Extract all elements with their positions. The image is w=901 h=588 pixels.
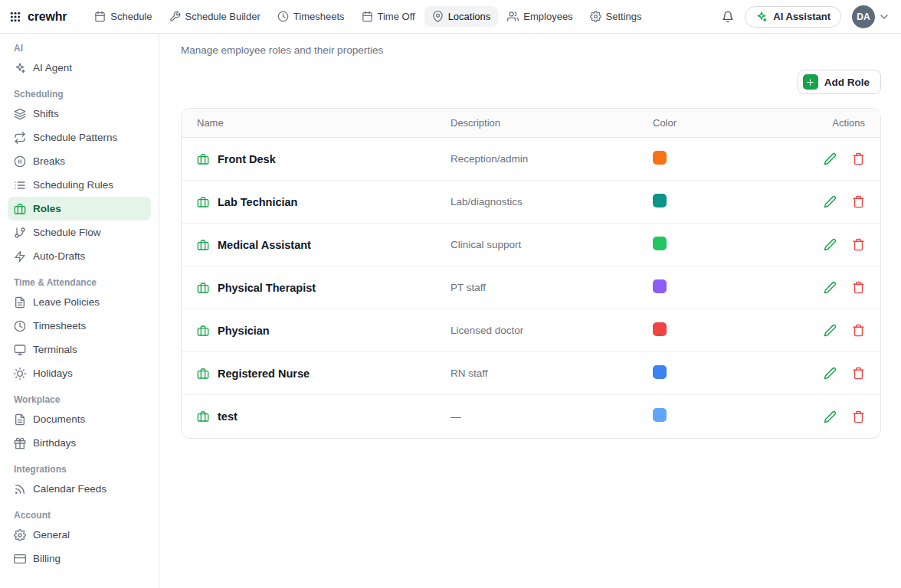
role-name-cell: Medical Assistant bbox=[197, 239, 450, 251]
edit-role-button[interactable] bbox=[824, 410, 837, 423]
sidebar-item-terminals[interactable]: Terminals bbox=[8, 338, 151, 361]
notifications-bell-icon[interactable] bbox=[722, 11, 734, 23]
role-description: PT staff bbox=[450, 282, 653, 293]
briefcase-icon bbox=[197, 410, 209, 423]
clock-icon bbox=[277, 11, 289, 22]
table-row: test — bbox=[182, 395, 880, 438]
nav-item-timesheets[interactable]: Timesheets bbox=[270, 6, 352, 27]
sidebar-item-breaks[interactable]: Breaks bbox=[8, 149, 151, 173]
role-name: Registered Nurse bbox=[218, 368, 310, 380]
role-name: Front Desk bbox=[218, 153, 276, 165]
role-actions-cell bbox=[787, 410, 865, 423]
credit-card-icon bbox=[14, 553, 26, 565]
calendar-icon bbox=[94, 11, 106, 22]
role-actions-cell bbox=[787, 281, 865, 294]
add-role-button[interactable]: Add Role bbox=[798, 70, 881, 94]
brand-name: crewhr bbox=[28, 10, 67, 24]
sidebar-item-timesheets[interactable]: Timesheets bbox=[8, 314, 151, 338]
file-icon bbox=[14, 296, 26, 309]
sidebar-item-shifts[interactable]: Shifts bbox=[8, 102, 151, 126]
repeat-icon bbox=[14, 132, 26, 144]
delete-role-button[interactable] bbox=[852, 195, 865, 208]
edit-role-button[interactable] bbox=[824, 238, 837, 251]
sidebar-item-label: Breaks bbox=[33, 155, 65, 167]
sidebar-item-birthdays[interactable]: Birthdays bbox=[8, 431, 151, 455]
color-swatch bbox=[653, 408, 667, 422]
sidebar-item-billing[interactable]: Billing bbox=[8, 547, 151, 570]
sidebar-section-workplace: Workplace bbox=[8, 391, 151, 407]
edit-role-button[interactable] bbox=[824, 281, 837, 294]
nav-item-label: Schedule bbox=[110, 11, 152, 22]
pencil-icon bbox=[824, 195, 837, 208]
trash-icon bbox=[852, 238, 865, 251]
sidebar-item-label: Documents bbox=[33, 413, 85, 425]
nav-item-settings[interactable]: Settings bbox=[582, 6, 650, 27]
role-name: Physician bbox=[218, 325, 270, 337]
avatar: DA bbox=[852, 5, 875, 28]
role-actions-cell bbox=[787, 238, 865, 251]
sidebar-item-roles[interactable]: Roles bbox=[8, 197, 151, 220]
sidebar-item-calendar-feeds[interactable]: Calendar Feeds bbox=[8, 477, 151, 501]
pencil-icon bbox=[824, 281, 837, 294]
nav-item-label: Time Off bbox=[378, 11, 415, 22]
plus-icon bbox=[803, 74, 818, 90]
sidebar-item-general[interactable]: General bbox=[8, 523, 151, 547]
sidebar-item-documents[interactable]: Documents bbox=[8, 407, 151, 431]
nav-item-locations[interactable]: Locations bbox=[424, 6, 499, 27]
sidebar-item-ai-agent[interactable]: AI Agent bbox=[8, 56, 151, 80]
edit-role-button[interactable] bbox=[824, 367, 837, 380]
sidebar-item-label: Roles bbox=[33, 203, 61, 214]
color-swatch bbox=[653, 322, 667, 336]
role-description: RN staff bbox=[450, 368, 653, 379]
brand[interactable]: crewhr bbox=[9, 10, 67, 24]
sidebar-section-time-attendance: Time & Attendance bbox=[8, 274, 151, 290]
pencil-icon bbox=[824, 367, 837, 380]
sidebar-item-leave-policies[interactable]: Leave Policies bbox=[8, 290, 151, 314]
page-subtitle: Manage employee roles and their properti… bbox=[181, 44, 881, 56]
sidebar-item-label: Birthdays bbox=[33, 437, 76, 449]
sidebar-item-label: Billing bbox=[33, 553, 61, 564]
user-menu[interactable]: DA bbox=[852, 5, 890, 28]
sidebar-item-label: AI Agent bbox=[33, 62, 72, 74]
role-color-cell bbox=[653, 365, 787, 382]
sidebar-item-label: Shifts bbox=[33, 108, 59, 119]
sidebar-item-auto-drafts[interactable]: Auto-Drafts bbox=[8, 244, 151, 268]
sidebar-item-scheduling-rules[interactable]: Scheduling Rules bbox=[8, 173, 151, 197]
sidebar-item-holidays[interactable]: Holidays bbox=[8, 361, 151, 385]
trash-icon bbox=[852, 324, 865, 337]
delete-role-button[interactable] bbox=[852, 152, 865, 165]
edit-role-button[interactable] bbox=[824, 152, 837, 165]
nav-item-schedule[interactable]: Schedule bbox=[87, 6, 159, 27]
nav-item-time-off[interactable]: Time Off bbox=[354, 6, 423, 27]
ai-assistant-button[interactable]: AI Assistant bbox=[745, 6, 841, 28]
role-name-cell: Front Desk bbox=[197, 153, 450, 165]
sidebar-item-label: Schedule Patterns bbox=[33, 132, 117, 143]
sidebar-item-schedule-patterns[interactable]: Schedule Patterns bbox=[8, 126, 151, 149]
table-row: Front Desk Reception/admin bbox=[182, 138, 880, 181]
edit-role-button[interactable] bbox=[824, 195, 837, 208]
delete-role-button[interactable] bbox=[852, 367, 865, 380]
trash-icon bbox=[852, 410, 865, 423]
role-name: test bbox=[218, 410, 238, 423]
column-header-color: Color bbox=[653, 117, 787, 129]
top-nav: crewhr Schedule Schedule Builder Timeshe… bbox=[0, 0, 901, 34]
sidebar-item-label: Auto-Drafts bbox=[33, 250, 85, 262]
delete-role-button[interactable] bbox=[852, 281, 865, 294]
nav-item-schedule-builder[interactable]: Schedule Builder bbox=[162, 6, 268, 27]
delete-role-button[interactable] bbox=[852, 238, 865, 251]
delete-role-button[interactable] bbox=[852, 324, 865, 337]
delete-role-button[interactable] bbox=[852, 410, 865, 423]
roles-table: Name Description Color Actions Front Des… bbox=[181, 108, 881, 439]
wrench-icon bbox=[169, 11, 181, 22]
calendar-icon bbox=[362, 11, 373, 22]
layers-icon bbox=[14, 108, 26, 120]
chevron-down-icon bbox=[878, 11, 890, 23]
edit-role-button[interactable] bbox=[824, 324, 837, 337]
nav-item-employees[interactable]: Employees bbox=[500, 6, 580, 27]
sparkle-icon bbox=[755, 11, 768, 23]
sidebar-item-schedule-flow[interactable]: Schedule Flow bbox=[8, 220, 151, 244]
map-pin-icon bbox=[432, 11, 444, 22]
rss-icon bbox=[14, 483, 26, 495]
sidebar-item-label: Leave Policies bbox=[33, 296, 100, 308]
role-description: Reception/admin bbox=[450, 153, 653, 165]
